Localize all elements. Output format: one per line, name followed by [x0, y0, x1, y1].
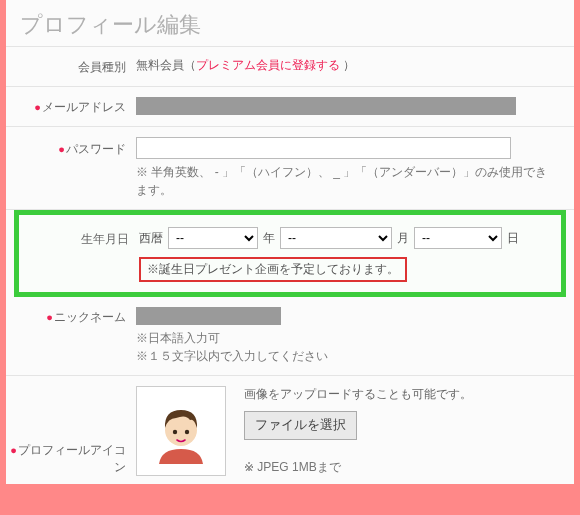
nickname-label-wrap: ●ニックネーム — [6, 307, 136, 326]
nickname-label: ニックネーム — [54, 310, 126, 324]
password-input[interactable] — [136, 137, 511, 159]
required-dot: ● — [58, 143, 65, 155]
page-title: プロフィール編集 — [6, 0, 574, 46]
avatar-value-wrap: 画像をアップロードすることも可能です。 ファイルを選択 ※ JPEG 1MBまで — [136, 386, 574, 476]
membership-value-wrap: 無料会員（プレミアム会員に登録する ） — [136, 57, 574, 74]
password-label-wrap: ●パスワード — [6, 137, 136, 158]
password-note: ※ 半角英数、 - 」「（ハイフン）、 _ 」「（アンダーバー）」のみ使用できま… — [136, 163, 556, 199]
avatar-controls: 画像をアップロードすることも可能です。 ファイルを選択 ※ JPEG 1MBまで — [244, 386, 472, 476]
avatar-icon — [146, 396, 216, 466]
nickname-row: ●ニックネーム ※日本語入力可 ※１５文字以内で入力してください — [6, 297, 574, 376]
avatar-limit-note: ※ JPEG 1MBまで — [244, 458, 472, 476]
era-label: 西暦 — [139, 230, 163, 247]
month-select[interactable]: -- — [280, 227, 392, 249]
nickname-masked — [136, 307, 281, 325]
avatar-row: ●プロフィールアイコン 画像をアップロードすることも可能です。 — [6, 376, 574, 476]
nickname-note2: ※１５文字以内で入力してください — [136, 347, 556, 365]
membership-value: 無料会員 — [136, 58, 184, 72]
membership-label: 会員種別 — [6, 57, 136, 76]
required-dot: ● — [10, 444, 17, 456]
day-select[interactable]: -- — [414, 227, 502, 249]
nickname-value-wrap: ※日本語入力可 ※１５文字以内で入力してください — [136, 307, 574, 365]
day-suffix: 日 — [507, 230, 519, 247]
month-suffix: 月 — [397, 230, 409, 247]
password-label: パスワード — [66, 142, 126, 156]
premium-link[interactable]: プレミアム会員に登録する — [196, 58, 340, 72]
avatar-label-wrap: ●プロフィールアイコン — [6, 386, 136, 476]
year-suffix: 年 — [263, 230, 275, 247]
dob-section: 生年月日 西暦 -- 年 -- 月 -- 日 ※誕生日プレゼント企画を予定してお… — [14, 210, 566, 297]
dob-fields: 西暦 -- 年 -- 月 -- 日 ※誕生日プレゼント企画を予定しております。 — [139, 227, 557, 282]
email-row: ●メールアドレス — [6, 87, 574, 127]
email-label: メールアドレス — [42, 100, 126, 114]
year-select[interactable]: -- — [168, 227, 258, 249]
email-label-wrap: ●メールアドレス — [6, 97, 136, 116]
dob-line: 西暦 -- 年 -- 月 -- 日 — [139, 227, 557, 249]
svg-point-2 — [173, 430, 177, 434]
dob-note: ※誕生日プレゼント企画を予定しております。 — [139, 257, 407, 282]
email-masked — [136, 97, 516, 115]
file-select-button[interactable]: ファイルを選択 — [244, 411, 357, 440]
dob-label: 生年月日 — [19, 227, 139, 282]
required-dot: ● — [46, 311, 53, 323]
password-value-wrap: ※ 半角英数、 - 」「（ハイフン）、 _ 」「（アンダーバー）」のみ使用できま… — [136, 137, 574, 199]
required-dot: ● — [34, 101, 41, 113]
nickname-note1: ※日本語入力可 — [136, 329, 556, 347]
svg-point-3 — [185, 430, 189, 434]
email-value-wrap — [136, 97, 574, 115]
avatar-label: プロフィールアイコン — [18, 443, 126, 474]
avatar-preview — [136, 386, 226, 476]
membership-row: 会員種別 無料会員（プレミアム会員に登録する ） — [6, 47, 574, 87]
upload-text: 画像をアップロードすることも可能です。 — [244, 386, 472, 403]
profile-edit-page: プロフィール編集 会員種別 無料会員（プレミアム会員に登録する ） ●メールアド… — [6, 0, 574, 484]
password-row: ●パスワード ※ 半角英数、 - 」「（ハイフン）、 _ 」「（アンダーバー）」… — [6, 127, 574, 210]
